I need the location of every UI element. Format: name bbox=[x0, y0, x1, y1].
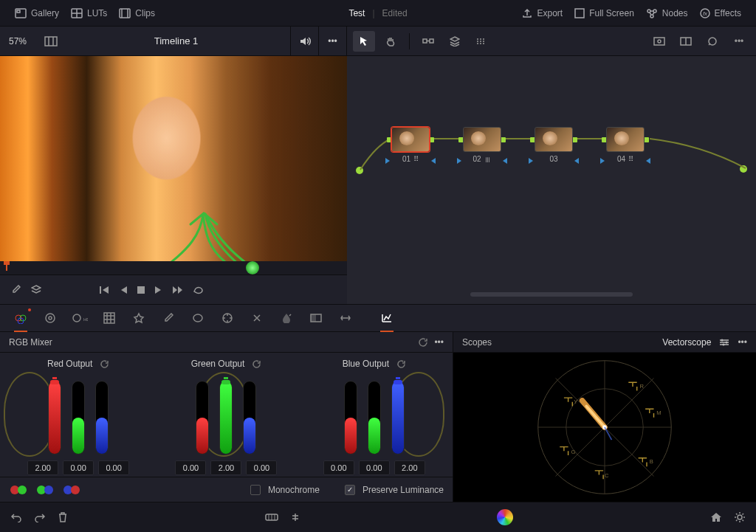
node-01[interactable]: 01⠿ bbox=[390, 127, 431, 163]
delete-button[interactable] bbox=[58, 512, 68, 522]
svg-point-21 bbox=[46, 314, 55, 322]
mixer-bar[interactable] bbox=[219, 381, 233, 455]
node-fx-button[interactable] bbox=[470, 31, 492, 52]
bypass-button[interactable] bbox=[31, 285, 41, 295]
luts-button[interactable]: LUTs bbox=[65, 5, 113, 21]
node-04[interactable]: 04⠿ bbox=[605, 127, 646, 163]
node-thumb-icon bbox=[535, 127, 573, 152]
nodes-button[interactable]: Nodes bbox=[640, 5, 694, 21]
fullscreen-icon bbox=[574, 8, 585, 18]
mixer-bar[interactable] bbox=[368, 381, 381, 455]
mute-button[interactable] bbox=[290, 27, 318, 56]
fast-forward-button[interactable] bbox=[173, 286, 183, 294]
scope-menu-button[interactable]: ••• bbox=[738, 337, 747, 348]
vectorscope-display[interactable]: R M B C G Y bbox=[453, 353, 756, 502]
eyedropper-tool[interactable] bbox=[10, 285, 21, 295]
swap-br-button[interactable] bbox=[62, 483, 81, 497]
tracker-palette[interactable] bbox=[214, 307, 241, 329]
nodes-scrollbar[interactable] bbox=[470, 292, 633, 297]
mixer-value-input[interactable]: 0.00 bbox=[359, 460, 390, 475]
primaries-palette[interactable] bbox=[7, 307, 34, 329]
nodes-label: Nodes bbox=[662, 8, 688, 18]
scope-settings-button[interactable] bbox=[718, 338, 730, 347]
transport-bar bbox=[0, 274, 347, 304]
fullscreen-button[interactable]: Full Screen bbox=[568, 5, 640, 21]
node-02[interactable]: 02⫼ bbox=[461, 127, 503, 163]
svg-text:C: C bbox=[605, 472, 609, 479]
timeline-name[interactable]: Timeline 1 bbox=[62, 35, 290, 46]
mixer-value-input[interactable]: 0.00 bbox=[98, 460, 129, 475]
monochrome-checkbox[interactable] bbox=[250, 485, 261, 495]
viewer-scrubber[interactable] bbox=[0, 261, 347, 274]
svg-point-26 bbox=[193, 314, 202, 322]
reverse-play-button[interactable] bbox=[120, 286, 127, 294]
mixer-bar[interactable] bbox=[48, 381, 61, 455]
loop-button[interactable] bbox=[193, 286, 204, 294]
clips-button[interactable]: Clips bbox=[113, 5, 161, 21]
node-add-button[interactable] bbox=[417, 31, 439, 52]
mixer-value-input[interactable]: 2.00 bbox=[394, 460, 425, 475]
mixer-bar[interactable] bbox=[243, 381, 256, 455]
hdr-palette[interactable]: HDR bbox=[66, 307, 93, 329]
swap-gb-button[interactable] bbox=[35, 483, 55, 497]
mixer-value-input[interactable]: 0.00 bbox=[63, 460, 94, 475]
key-palette[interactable] bbox=[303, 307, 329, 329]
settings-button[interactable] bbox=[734, 511, 746, 523]
viewer-menu-button[interactable]: ••• bbox=[318, 27, 346, 56]
ref-wipe-button[interactable] bbox=[648, 31, 670, 52]
channel-reset-button[interactable] bbox=[396, 359, 406, 369]
scope-type-dropdown[interactable]: Vectorscope bbox=[662, 337, 711, 348]
mixer-bar[interactable] bbox=[391, 381, 405, 455]
play-button[interactable] bbox=[155, 286, 162, 294]
flags-button[interactable] bbox=[290, 512, 300, 522]
gallery-button[interactable]: Gallery bbox=[9, 5, 65, 21]
pointer-tool[interactable] bbox=[353, 31, 375, 52]
channel-reset-button[interactable] bbox=[252, 359, 261, 369]
keyframes-button[interactable] bbox=[265, 512, 278, 522]
effects-button[interactable]: fx Effects bbox=[694, 5, 747, 21]
curves-palette[interactable] bbox=[96, 307, 123, 329]
svg-point-5 bbox=[647, 10, 650, 13]
stop-button[interactable] bbox=[137, 286, 145, 294]
mixer-reset-button[interactable] bbox=[418, 337, 428, 348]
svg-text:M: M bbox=[656, 410, 661, 416]
mixer-bar[interactable] bbox=[196, 381, 209, 455]
node-graph-panel[interactable]: 01⠿ 02⫼ 03 04⠿ bbox=[347, 56, 756, 304]
mixer-value-input[interactable]: 2.00 bbox=[27, 460, 58, 475]
mixer-bar[interactable] bbox=[344, 381, 357, 455]
first-frame-button[interactable] bbox=[99, 286, 109, 294]
mixer-menu-button[interactable]: ••• bbox=[434, 337, 444, 348]
mixer-bar[interactable] bbox=[72, 381, 85, 455]
blur-palette[interactable] bbox=[273, 307, 300, 329]
warper-palette[interactable] bbox=[126, 307, 152, 329]
pan-tool[interactable] bbox=[379, 31, 402, 52]
qualifier-palette[interactable] bbox=[155, 307, 182, 329]
preserve-luminance-checkbox[interactable]: ✓ bbox=[345, 485, 355, 495]
mixer-bar[interactable] bbox=[95, 381, 109, 455]
color-page-icon[interactable] bbox=[497, 509, 513, 525]
swap-rg-button[interactable] bbox=[9, 483, 28, 497]
split-view-button[interactable] bbox=[675, 31, 697, 52]
mixer-value-input[interactable]: 0.00 bbox=[323, 460, 354, 475]
nodes-menu-button[interactable]: ••• bbox=[728, 31, 750, 52]
image-wipe-button[interactable] bbox=[40, 31, 62, 52]
undo-button[interactable] bbox=[10, 512, 22, 522]
node-03[interactable]: 03 bbox=[533, 127, 574, 163]
magic-mask-palette[interactable] bbox=[244, 307, 270, 329]
mixer-value-input[interactable]: 0.00 bbox=[175, 460, 206, 475]
mixer-value-input[interactable]: 0.00 bbox=[246, 460, 277, 475]
home-button[interactable] bbox=[710, 512, 722, 522]
zoom-level[interactable]: 57% bbox=[0, 36, 35, 46]
sizing-palette[interactable] bbox=[332, 307, 359, 329]
viewer-image[interactable] bbox=[0, 56, 347, 261]
node-layers-button[interactable] bbox=[444, 31, 466, 52]
playhead-icon[interactable] bbox=[6, 263, 7, 271]
channel-reset-button[interactable] bbox=[100, 359, 109, 369]
redo-button[interactable] bbox=[34, 512, 46, 522]
highlight-button[interactable] bbox=[701, 31, 724, 52]
scopes-toggle[interactable] bbox=[374, 307, 400, 329]
export-button[interactable]: Export bbox=[516, 5, 568, 21]
window-palette[interactable] bbox=[185, 307, 211, 329]
mixer-value-input[interactable]: 2.00 bbox=[210, 460, 241, 475]
wheel-palette[interactable] bbox=[37, 307, 63, 329]
